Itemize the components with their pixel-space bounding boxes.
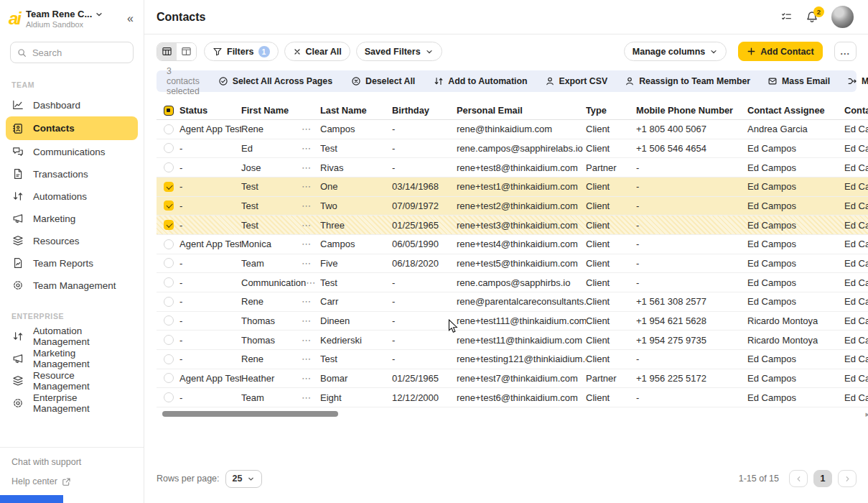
help-center-link[interactable]: Help center (11, 476, 132, 486)
row-checkbox[interactable] (164, 392, 174, 402)
sidebar-search[interactable] (10, 42, 134, 63)
column-header-birthday[interactable]: Birthday (392, 105, 457, 116)
row-checkbox[interactable] (164, 354, 174, 364)
select-all-across-pages-button[interactable]: Select All Across Pages (218, 76, 332, 86)
add-to-automation-button[interactable]: Add to Automation (434, 76, 527, 86)
chevron-down-icon[interactable] (95, 10, 103, 19)
column-header-contact[interactable]: Contact (844, 105, 868, 116)
activity-log-button[interactable] (780, 11, 793, 23)
user-avatar[interactable] (831, 6, 854, 28)
sidebar-item-contacts[interactable]: Contacts (6, 116, 138, 140)
column-header-last-name[interactable]: Last Name (320, 105, 392, 116)
row-actions-ellipsis-icon[interactable]: ⋯ (302, 315, 312, 326)
row-actions-ellipsis-icon[interactable]: ⋯ (302, 373, 312, 384)
table-row[interactable]: - Thomas ⋯ Kedrierski - rene+test11@thin… (157, 331, 868, 350)
search-input[interactable] (32, 47, 126, 58)
table-row[interactable]: - Communication ⋯ Test - rene.campos@sap… (157, 273, 868, 292)
column-header-contact-assignee[interactable]: Contact Assignee (747, 105, 844, 116)
select-all-checkbox[interactable] (164, 106, 174, 116)
row-checkbox[interactable] (164, 220, 174, 230)
sidebar-item-enterprise-management[interactable]: Enterprise Management (6, 392, 138, 414)
scroll-right-icon[interactable]: ▸ (865, 410, 868, 418)
row-actions-ellipsis-icon[interactable]: ⋯ (302, 124, 312, 134)
add-contact-button[interactable]: Add Contact (738, 42, 822, 61)
sidebar-item-team-management[interactable]: Team Management (6, 274, 138, 296)
sidebar-item-transactions[interactable]: Transactions (6, 163, 138, 185)
row-actions-ellipsis-icon[interactable]: ⋯ (302, 335, 312, 346)
table-row[interactable]: Agent App Test Rene ⋯ Campos - rene@thin… (157, 120, 868, 139)
row-actions-ellipsis-icon[interactable]: ⋯ (302, 239, 312, 249)
row-checkbox[interactable] (164, 162, 174, 172)
chat-with-support-link[interactable]: Chat with support (11, 457, 132, 467)
merge-button[interactable]: Merge (847, 76, 868, 86)
row-actions-ellipsis-icon[interactable]: ⋯ (302, 162, 312, 173)
export-csv-button[interactable]: Export CSV (545, 76, 608, 86)
deselect-all-button[interactable]: Deselect All (351, 76, 415, 86)
row-checkbox[interactable] (164, 373, 174, 383)
table-row[interactable]: - Rene ⋯ Test - rene+testing121@thinkiai… (157, 350, 868, 369)
sidebar-item-marketing[interactable]: Marketing (6, 208, 138, 229)
table-row[interactable]: - Team ⋯ Five 06/18/2020 rene+test5@thin… (157, 254, 868, 274)
row-checkbox[interactable] (164, 239, 174, 249)
page-1-button[interactable]: 1 (813, 470, 832, 487)
column-header-personal-email[interactable]: Personal Email (457, 105, 586, 116)
board-view-button[interactable] (177, 43, 196, 60)
sidebar-item-team-reports[interactable]: Team Reports (6, 252, 138, 274)
table-row[interactable]: Agent App Test Heather ⋯ Bomar 01/25/196… (157, 369, 868, 389)
table-row[interactable]: - Thomas ⋯ Dineen - rene+test111@thinkai… (157, 312, 868, 331)
mass-email-button[interactable]: Mass Email (767, 76, 830, 86)
column-header-first-name[interactable]: First Name (241, 105, 320, 116)
row-checkbox[interactable] (164, 200, 174, 211)
sidebar-item-resources[interactable]: Resources (6, 230, 138, 251)
table-row[interactable]: - Rene ⋯ Carr - rene@parentalcareconsult… (157, 292, 868, 312)
column-header-mobile-phone[interactable]: Mobile Phone Number (636, 105, 747, 116)
row-checkbox[interactable] (164, 315, 174, 326)
row-checkbox[interactable] (164, 277, 174, 287)
sidebar-item-automation-management[interactable]: Automation Management (6, 326, 138, 347)
row-actions-ellipsis-icon[interactable]: ⋯ (306, 277, 316, 288)
table-row[interactable]: - Team ⋯ Eight 12/12/2000 rene+test6@thi… (157, 388, 868, 407)
row-actions-ellipsis-icon[interactable]: ⋯ (302, 220, 312, 231)
table-row[interactable]: - Test ⋯ Three 01/25/1965 rene+test3@thi… (157, 216, 868, 235)
more-actions-button[interactable]: ... (834, 42, 857, 61)
table-row[interactable]: - Ed ⋯ Test - rene.campos@sapphirelabs.i… (157, 139, 868, 159)
filters-button[interactable]: Filters 1 (204, 42, 279, 61)
table-view-button[interactable] (157, 43, 177, 60)
notifications-button[interactable]: 2 (806, 11, 818, 24)
row-checkbox[interactable] (164, 124, 174, 134)
sidebar-item-resource-management[interactable]: Resource Management (6, 370, 138, 392)
row-checkbox[interactable] (164, 258, 174, 268)
chat-widget-strip[interactable] (0, 495, 63, 503)
table-row[interactable]: Agent App Test Monica ⋯ Campos 06/05/199… (157, 235, 868, 254)
row-checkbox[interactable] (164, 143, 174, 153)
manage-columns-button[interactable]: Manage columns (624, 42, 727, 61)
clear-all-button[interactable]: Clear All (284, 42, 350, 61)
table-row[interactable]: - Test ⋯ One 03/14/1968 rene+test1@think… (157, 177, 868, 197)
sidebar-item-marketing-management[interactable]: Marketing Management (6, 348, 138, 369)
sidebar-item-communications[interactable]: Communications (6, 141, 138, 162)
next-page-button[interactable] (838, 470, 857, 487)
rows-per-page-select[interactable]: 25 (225, 470, 263, 488)
column-header-status[interactable]: Status (179, 105, 241, 116)
row-checkbox[interactable] (164, 182, 174, 192)
workspace-header[interactable]: ai Team Rene C... Aldium Sandbox « (0, 0, 144, 36)
column-header-type[interactable]: Type (586, 105, 636, 116)
row-actions-ellipsis-icon[interactable]: ⋯ (302, 258, 312, 269)
row-actions-ellipsis-icon[interactable]: ⋯ (302, 354, 312, 364)
saved-filters-button[interactable]: Saved Filters (356, 42, 442, 61)
row-actions-ellipsis-icon[interactable]: ⋯ (302, 392, 312, 403)
row-actions-ellipsis-icon[interactable]: ⋯ (302, 200, 312, 211)
horizontal-scrollbar[interactable]: ◂ ▸ (157, 410, 865, 418)
table-row[interactable]: - Jose ⋯ Rivas - rene+test8@thinkaidium.… (157, 158, 868, 177)
sidebar-item-dashboard[interactable]: Dashboard (6, 94, 138, 116)
previous-page-button[interactable] (789, 470, 808, 487)
collapse-sidebar-icon[interactable]: « (126, 12, 135, 25)
table-row[interactable]: - Test ⋯ Two 07/09/1972 rene+test2@think… (157, 197, 868, 216)
scrollbar-thumb[interactable] (162, 411, 338, 417)
sidebar-item-automations[interactable]: Automations (6, 185, 138, 207)
row-actions-ellipsis-icon[interactable]: ⋯ (302, 296, 312, 307)
reassign-to-team-member-button[interactable]: Reassign to Team Member (625, 76, 750, 86)
row-checkbox[interactable] (164, 297, 174, 307)
row-actions-ellipsis-icon[interactable]: ⋯ (302, 143, 312, 154)
row-checkbox[interactable] (164, 335, 174, 345)
